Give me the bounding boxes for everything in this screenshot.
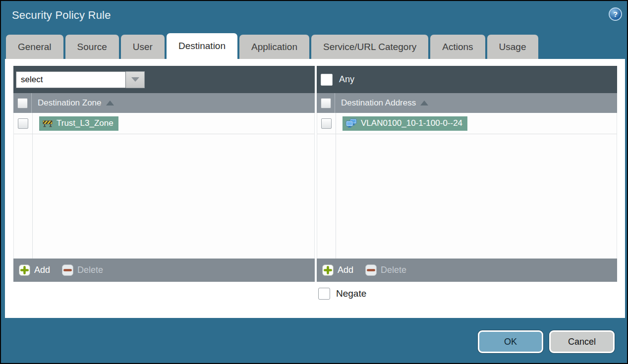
tab-bar: General Source User Destination Applicat…	[6, 35, 538, 62]
zone-select-combobox	[16, 71, 145, 88]
address-toolbar: Add Delete	[317, 259, 617, 282]
any-checkbox[interactable]	[321, 74, 333, 86]
sort-ascending-icon	[106, 101, 114, 105]
table-row: Trust_L3_Zone	[14, 113, 314, 134]
table-row: VLAN0100_10-1-100-0--24	[317, 113, 617, 134]
negate-label: Negate	[336, 288, 366, 299]
negate-option: Negate	[318, 288, 366, 300]
delete-icon	[62, 264, 73, 276]
tab-general[interactable]: General	[6, 35, 63, 59]
address-column-header[interactable]: Destination Address	[341, 98, 416, 108]
tab-destination[interactable]: Destination	[167, 33, 237, 62]
zone-add-button[interactable]: Add	[19, 264, 50, 276]
address-table-header: Destination Address	[317, 93, 617, 113]
zone-delete-label: Delete	[77, 265, 103, 275]
tab-user[interactable]: User	[121, 35, 165, 59]
address-any-bar: Any	[317, 66, 617, 93]
network-icon	[346, 119, 357, 128]
chevron-down-icon	[131, 77, 139, 82]
help-icon[interactable]: ?	[609, 7, 622, 21]
address-add-button[interactable]: Add	[322, 264, 353, 276]
zone-select-dropdown-button[interactable]	[126, 71, 145, 88]
zone-chip-label: Trust_L3_Zone	[57, 118, 114, 128]
destination-address-panel: Any Destination Address	[317, 66, 617, 282]
address-table-body: VLAN0100_10-1-100-0--24	[317, 113, 617, 259]
zone-select-all-checkbox[interactable]	[17, 98, 28, 108]
zone-icon	[43, 119, 53, 127]
address-chip-label: VLAN0100_10-1-100-0--24	[361, 118, 462, 128]
zone-select-bar	[13, 66, 315, 93]
address-delete-button[interactable]: Delete	[365, 264, 406, 276]
add-icon	[19, 264, 30, 276]
zone-chip[interactable]: Trust_L3_Zone	[39, 116, 118, 131]
zone-table-header: Destination Zone	[13, 93, 315, 113]
delete-icon	[365, 264, 377, 276]
address-chip[interactable]: VLAN0100_10-1-100-0--24	[343, 116, 467, 131]
zone-toolbar: Add Delete	[13, 259, 315, 282]
tab-source[interactable]: Source	[65, 35, 119, 59]
dialog-title: Security Policy Rule	[12, 9, 111, 22]
zone-select-input[interactable]	[16, 71, 126, 88]
address-row-checkbox[interactable]	[321, 118, 332, 129]
sort-ascending-icon	[420, 101, 428, 105]
security-policy-rule-dialog: Security Policy Rule ? General Source Us…	[0, 0, 628, 364]
tab-usage[interactable]: Usage	[487, 35, 538, 59]
tab-actions[interactable]: Actions	[430, 35, 485, 59]
address-add-label: Add	[338, 265, 353, 275]
any-label: Any	[339, 74, 354, 85]
zone-add-label: Add	[34, 265, 50, 275]
tab-application[interactable]: Application	[239, 35, 309, 59]
zone-table-body: Trust_L3_Zone	[13, 113, 315, 259]
destination-zone-panel: Destination Zone	[13, 66, 315, 282]
ok-button[interactable]: OK	[478, 330, 543, 353]
tab-service-url-category[interactable]: Service/URL Category	[311, 35, 428, 59]
zone-column-header[interactable]: Destination Zone	[38, 98, 102, 108]
cancel-button[interactable]: Cancel	[549, 330, 615, 353]
negate-checkbox[interactable]	[318, 288, 330, 300]
add-icon	[322, 264, 334, 276]
address-delete-label: Delete	[381, 265, 406, 275]
address-select-all-checkbox[interactable]	[321, 98, 331, 108]
zone-row-checkbox[interactable]	[18, 118, 28, 129]
zone-delete-button[interactable]: Delete	[62, 264, 103, 276]
